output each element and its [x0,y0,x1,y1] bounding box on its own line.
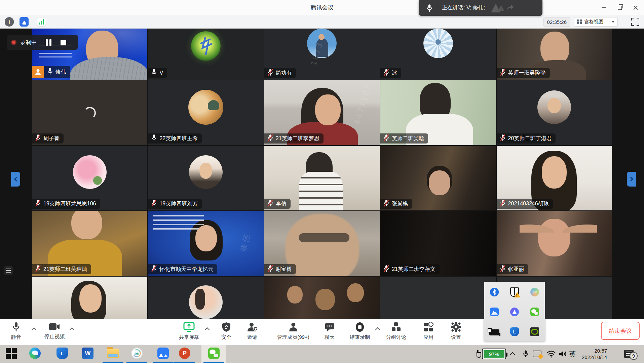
defender-warning-icon[interactable] [510,287,519,297]
signal-bars-icon[interactable] [37,17,46,27]
video-grid: 修伟V简功有冰英师一班吴隆骅周子菁22英师四班王希21英师二班李梦思英师二班吴晗… [0,29,644,319]
participant-name: 张亚丽 [508,266,524,273]
member-list-toggle-icon[interactable] [4,266,13,275]
chat-button[interactable]: 聊天 [325,322,335,340]
record-options-chevron[interactable] [375,327,380,333]
battery-status[interactable]: 97% [476,345,506,363]
mic-icon [12,322,20,332]
security-button[interactable]: 安全 [221,322,231,340]
close-button[interactable] [633,5,638,10]
clock[interactable]: 20:572022/10/14 [582,345,607,363]
wechat-icon[interactable] [208,348,220,359]
participant-tile[interactable]: 21英师二班吴璀灿 [32,211,147,276]
video-options-chevron[interactable] [69,327,75,333]
tray-mic-icon[interactable] [523,345,529,363]
lenovo-shield-icon[interactable]: L [510,327,519,336]
participant-tile[interactable] [380,277,496,319]
ev-swirl-icon[interactable]: ev [530,288,539,296]
avatar [189,155,223,189]
grid-view-icon [577,19,582,25]
participant-tile[interactable] [264,277,380,319]
restore-button[interactable] [618,6,622,10]
view-mode-dropdown[interactable]: 宫格视图 [574,17,618,27]
participant-tile[interactable]: 英师一班吴隆骅 [497,29,612,80]
notification-center[interactable]: 9 [624,345,634,363]
participant-tile[interactable]: 李倩 [264,146,380,210]
name-label: 冰 [380,68,401,78]
participant-name: 谢宝树 [276,266,292,273]
stop-video-button[interactable]: 停止视频 [44,322,65,340]
participant-tile[interactable]: 简功有 [264,29,380,80]
participant-tile[interactable]: 19英师四班龙思思106 [32,146,147,210]
meeting-app-icon[interactable] [157,348,169,359]
participant-tile[interactable] [32,277,147,319]
mic-icon [426,4,433,12]
participant-tile[interactable]: 英师二班吴晗 [380,80,496,145]
lenovo-shield-icon[interactable]: L [56,348,68,359]
mic-on-icon [151,134,157,143]
powerpoint-icon[interactable]: P [179,348,190,359]
manage-members-button[interactable]: 管理成员(99+) [277,322,309,340]
cast-status-icon[interactable] [533,345,541,363]
name-label: 20英师二班丁淑君 [497,133,556,144]
ev-capture-icon[interactable]: ev [131,348,143,359]
title-bar: 腾讯会议 [0,0,644,15]
mute-button[interactable]: 静音 [11,322,21,340]
mute-options-chevron[interactable] [31,327,37,333]
apps-button[interactable]: 应用 [423,322,433,340]
mic-on-icon [47,67,53,77]
plug-icon [476,350,481,358]
meeting-info-icon[interactable]: i [5,17,14,27]
tray-expand-chevron[interactable] [510,345,515,363]
participant-tile[interactable]: 周子菁 [32,80,147,145]
notification-badge: 9 [630,352,638,360]
bluetooth-icon[interactable] [490,288,499,296]
fullscreen-icon[interactable] [631,18,639,26]
previous-page-arrow[interactable] [11,172,20,187]
speaking-banner: 正在讲话: V; 修伟; [419,0,542,16]
participant-tile[interactable]: 冰 [380,29,496,80]
app-title: 腾讯会议 [311,4,334,11]
a-mountain-icon[interactable] [510,308,519,316]
battery-plug-icon[interactable] [489,329,499,335]
participant-tile[interactable]: 谢宝树 [264,211,380,276]
participant-tile[interactable]: 张景棋 [380,146,496,210]
pause-recording-button[interactable] [46,39,51,46]
meeting-app-icon[interactable] [490,308,499,316]
participant-tile[interactable]: 20英师二班丁淑君 [497,80,612,145]
file-explorer-icon[interactable] [107,349,119,358]
participant-tile[interactable]: V [148,29,263,80]
ime-language-indicator[interactable]: 英 [569,345,576,363]
word-icon[interactable]: W [82,348,93,359]
next-page-arrow[interactable] [627,172,636,187]
invite-button[interactable]: 邀请 [247,322,258,340]
name-label: 谢宝树 [264,264,296,274]
edge-icon[interactable] [29,348,41,359]
wechat-icon[interactable] [530,308,539,316]
participant-name: 周子菁 [43,135,60,142]
mic-muted-icon [267,134,273,143]
share-options-chevron[interactable] [204,327,210,333]
breakout-rooms-button[interactable]: 分组讨论 [386,322,406,340]
participant-tile[interactable]: 21英师二班李蓓文 [380,211,496,276]
share-screen-button[interactable]: 共享屏幕 [179,322,199,340]
participant-tile[interactable] [148,277,263,319]
stop-record-button[interactable]: 结束录制 [350,322,370,340]
participant-tile[interactable]: 19英师四班刘芳 [148,146,263,210]
participant-name: 21英师二班李梦思 [276,135,319,142]
end-meeting-button[interactable]: 结束会议 [601,322,640,340]
speaker-icon[interactable] [559,345,567,363]
stop-recording-button[interactable] [61,40,66,45]
recording-dot-icon [11,40,16,45]
participant-tile[interactable]: 2021403246胡琼 [497,146,612,210]
participant-tile[interactable]: 张亚丽 [497,211,612,276]
settings-button[interactable]: 设置 [451,322,461,340]
participant-tile[interactable]: 22英师四班王希 [148,80,263,145]
minimize-button[interactable] [602,7,606,8]
participant-name: 21英师二班李蓓文 [392,266,435,273]
wifi-icon[interactable] [546,345,556,363]
start-button[interactable] [6,348,17,359]
network-quality-icon[interactable] [20,17,29,27]
nvidia-icon[interactable] [530,327,539,336]
name-label: 张亚丽 [497,264,528,274]
